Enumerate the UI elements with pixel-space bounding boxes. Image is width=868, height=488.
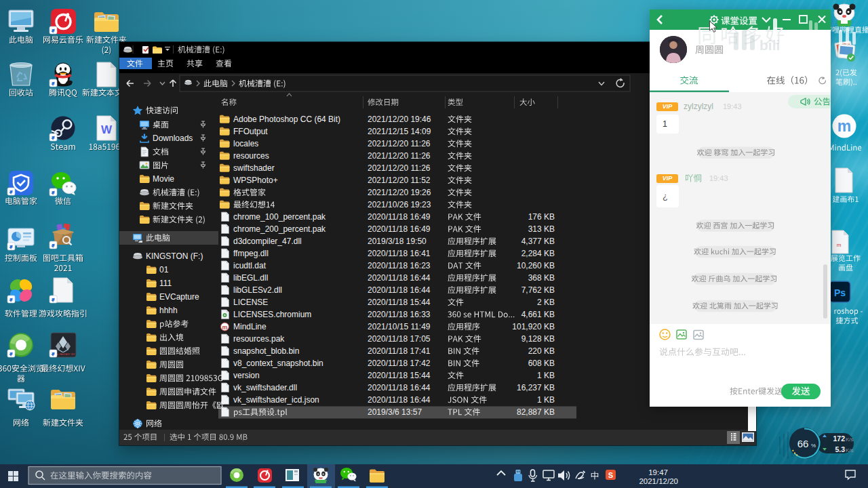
svg-text:m: m	[222, 324, 227, 331]
svg-text:2021/12/20: 2021/12/20	[639, 477, 678, 485]
svg-text:19:47: 19:47	[648, 468, 668, 476]
svg-text:S: S	[608, 471, 613, 479]
